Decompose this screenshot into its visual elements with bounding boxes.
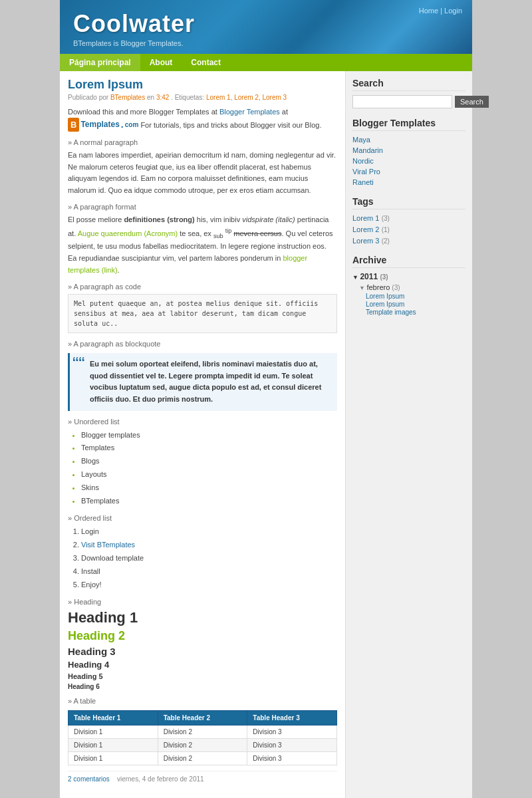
post-1-tag2[interactable]: Lorem 2	[234, 94, 259, 101]
ordered-list: Login Visit BTemplates Download template…	[81, 525, 337, 591]
heading-6: Heading 6	[68, 683, 337, 690]
heading-2: Heading 2	[68, 629, 337, 643]
section-heading-header: Heading	[68, 598, 337, 606]
section-paragraph-header: A normal paragraph	[68, 138, 337, 146]
tag-count-lorem1: (3)	[382, 215, 390, 222]
table-header-3: Table Header 3	[247, 711, 337, 726]
search-button[interactable]: Search	[455, 96, 489, 108]
tag-count-lorem3: (2)	[382, 237, 390, 245]
table-header-1: Table Header 1	[68, 711, 158, 726]
blogger-templates-link2[interactable]: blogger templates (link)	[68, 254, 307, 274]
table-row: Division 1 Division 2 Division 3	[68, 752, 337, 765]
unordered-list: Blogger templates Templates Blogs Layout…	[81, 429, 337, 508]
site-title: Coolwater	[73, 10, 459, 38]
code-block: Mel putent quaeque an, at postea melius …	[68, 294, 337, 333]
post-1-tag1[interactable]: Lorem 1	[206, 94, 231, 101]
tag-item: Lorem 3 (2)	[352, 236, 466, 245]
btemplates-logo: B Templates.com	[68, 118, 138, 132]
table-row: Division 1 Division 2 Division 3	[68, 726, 337, 739]
list-item: Blogs	[81, 455, 337, 468]
nav-item-home[interactable]: Página principal	[60, 54, 140, 71]
comments-link[interactable]: 2 comentarios	[68, 775, 110, 783]
archive-title: Archive	[352, 255, 466, 268]
table-cell: Division 3	[247, 726, 337, 739]
section-format-header: A paragraph format	[68, 203, 337, 211]
tags-list: Lorem 1 (3) Lorem 2 (1) Lorem 3 (2)	[352, 213, 466, 245]
table-cell: Division 2	[158, 752, 247, 765]
sidebar-archive: Archive 2011 (3) febrero (3) Lorem Ipsum…	[352, 255, 466, 316]
table-cell: Division 3	[247, 752, 337, 765]
template-link-viralpro[interactable]: Viral Pro	[352, 168, 380, 176]
tag-item: Lorem 1 (3)	[352, 213, 466, 223]
tag-count-lorem2: (1)	[382, 226, 390, 233]
main-content: Lorem Ipsum Publicado por BTemplates en …	[60, 71, 346, 798]
archive-posts: Lorem Ipsum Lorem Ipsum Template images	[366, 293, 466, 316]
home-link[interactable]: Home	[419, 7, 438, 15]
post-1-tag3[interactable]: Lorem 3	[262, 94, 287, 101]
list-item: Maya	[352, 135, 466, 144]
page-wrapper: Lorem Ipsum Publicado por BTemplates en …	[60, 71, 472, 798]
nav-item-about[interactable]: About	[140, 54, 182, 71]
paragraph-normal: Ea nam labores imperdiet, apeirian democ…	[68, 150, 337, 196]
template-link-raneti[interactable]: Raneti	[352, 178, 374, 186]
archive-post-link[interactable]: Template images	[366, 309, 466, 316]
tag-link-lorem1[interactable]: Lorem 1	[352, 214, 379, 222]
heading-1: Heading 1	[68, 609, 337, 626]
tag-link-lorem3[interactable]: Lorem 3	[352, 237, 379, 245]
post-1-footer: 2 comentarios viernes, 4 de febrero de 2…	[68, 771, 337, 787]
archive-post-link[interactable]: Lorem Ipsum	[366, 301, 466, 308]
table-cell: Division 1	[68, 726, 158, 739]
template-link-nordic[interactable]: Nordic	[352, 157, 374, 165]
list-item: Install	[81, 565, 337, 579]
tag-item: Lorem 2 (1)	[352, 225, 466, 234]
post-1-intro: Download this and more Blogger Templates…	[68, 106, 337, 132]
post-1-meta: Publicado por BTemplates en 3:42 . Etiqu…	[68, 94, 337, 101]
data-table: Table Header 1 Table Header 2 Table Head…	[68, 710, 337, 765]
btemplates-ol-link[interactable]: Visit BTemplates	[81, 541, 135, 549]
blogger-templates-title: Blogger Templates	[352, 118, 466, 131]
table-row: Division 1 Division 2 Division 3	[68, 739, 337, 752]
blogger-templates-list: Maya Mandarin Nordic Viral Pro Raneti	[352, 135, 466, 187]
list-item: Viral Pro	[352, 167, 466, 176]
list-item: Enjoy!	[81, 579, 337, 592]
list-item: Templates	[81, 442, 337, 455]
template-link-maya[interactable]: Maya	[352, 136, 370, 144]
acronym-link[interactable]: Augue quaerendum (Acronym)	[78, 229, 178, 237]
table-cell: Division 3	[247, 739, 337, 752]
list-item: Raneti	[352, 178, 466, 187]
post-1: Lorem Ipsum Publicado por BTemplates en …	[68, 78, 337, 787]
post-date: viernes, 4 de febrero de 2011	[117, 775, 204, 783]
paragraph-format: El posse meliore definitiones (strong) h…	[68, 214, 337, 276]
archive-month[interactable]: febrero (3)	[359, 283, 466, 291]
site-header: Home | Login Coolwater BTemplates is Blo…	[60, 0, 472, 54]
nav-item-contact[interactable]: Contact	[182, 54, 230, 71]
archive-year[interactable]: 2011 (3)	[352, 272, 466, 281]
post-1-time[interactable]: 3:42	[156, 94, 169, 101]
top-nav[interactable]: Home | Login	[419, 7, 462, 15]
tag-link-lorem2[interactable]: Lorem 2	[352, 225, 379, 233]
site-subtitle: BTemplates is Blogger Templates.	[73, 39, 459, 47]
section-table-header: A table	[68, 697, 337, 705]
list-item: Visit BTemplates	[81, 539, 337, 552]
blogger-templates-link[interactable]: Blogger Templates	[219, 108, 280, 116]
archive-post-link[interactable]: Lorem Ipsum	[366, 293, 466, 300]
login-link[interactable]: Login	[444, 7, 462, 15]
template-link-mandarin[interactable]: Mandarin	[352, 146, 383, 154]
heading-3: Heading 3	[68, 646, 337, 657]
blockquote: Eu mei solum oporteat eleifend, libris n…	[68, 353, 337, 410]
section-blockquote-header: A paragraph as blockquote	[68, 340, 337, 348]
list-item: Nordic	[352, 156, 466, 166]
list-item: Download template	[81, 552, 337, 565]
search-input[interactable]	[352, 95, 452, 108]
tags-title: Tags	[352, 196, 466, 209]
list-item: Layouts	[81, 468, 337, 481]
post-1-author[interactable]: BTemplates	[110, 94, 145, 101]
sidebar-blogger-templates: Blogger Templates Maya Mandarin Nordic V…	[352, 118, 466, 187]
section-code-header: A paragraph as code	[68, 283, 337, 291]
list-item: Mandarin	[352, 146, 466, 155]
table-cell: Division 1	[68, 739, 158, 752]
list-item: BTemplates	[81, 495, 337, 508]
navigation: Página principal About Contact	[60, 54, 472, 71]
section-ol-header: Ordered list	[68, 514, 337, 522]
list-item: Blogger templates	[81, 429, 337, 442]
